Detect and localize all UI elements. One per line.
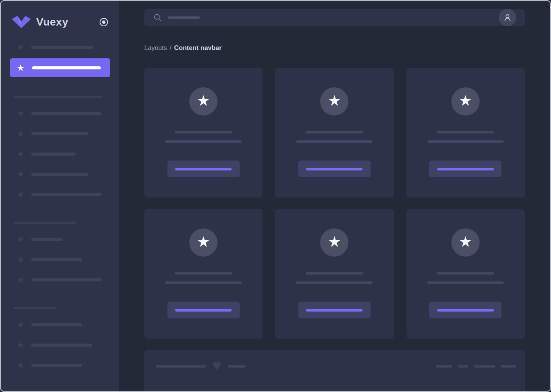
sidebar-item-label-bar xyxy=(31,323,82,326)
top-navbar xyxy=(144,9,525,26)
sidebar-item-label-bar xyxy=(32,66,101,69)
star-icon: ★ xyxy=(16,361,25,370)
sidebar-item[interactable]: ★ xyxy=(16,190,119,199)
star-icon: ★ xyxy=(16,255,25,264)
sidebar-section: ★ ★ ★ ★ ★ xyxy=(1,98,119,199)
sidebar-item[interactable]: ★ xyxy=(16,129,119,138)
card-text-line xyxy=(175,272,232,275)
star-icon: ★ xyxy=(16,235,25,244)
footer-text-bar xyxy=(228,365,246,368)
sidebar-item-label-bar xyxy=(31,258,82,261)
heart-icon: ♥ xyxy=(212,361,222,371)
card: ★ xyxy=(275,209,393,339)
sidebar-item-label-bar xyxy=(31,153,76,156)
sidebar-section: ★ ★ ★ xyxy=(1,309,119,370)
card-text-line xyxy=(437,272,494,275)
card-action-button[interactable] xyxy=(429,161,501,177)
card-text-line xyxy=(165,281,242,284)
breadcrumb-current: Content navbar xyxy=(174,44,222,51)
footer-text-bar xyxy=(156,365,206,368)
sidebar-section: ★ ★ ★ xyxy=(1,224,119,284)
footer-link-bar xyxy=(436,365,452,368)
card: ★ xyxy=(144,209,263,339)
card-grid: ★ ★ xyxy=(144,68,525,339)
star-icon: ★ xyxy=(16,109,25,118)
star-icon: ★ xyxy=(16,341,25,350)
footer: ♥ xyxy=(144,350,525,392)
star-icon: ★ xyxy=(459,235,472,249)
footer-row: ♥ xyxy=(156,361,516,371)
card-action-button[interactable] xyxy=(298,161,371,177)
card-avatar: ★ xyxy=(451,228,480,257)
card-text-line xyxy=(427,281,504,284)
card-text-line xyxy=(296,281,372,284)
button-label-bar xyxy=(437,168,494,170)
card: ★ xyxy=(144,68,263,198)
card-action-button[interactable] xyxy=(168,161,240,177)
menu-pin-icon[interactable] xyxy=(99,18,108,27)
sidebar-item-label-bar xyxy=(31,46,93,49)
card: ★ xyxy=(406,68,525,198)
card-avatar: ★ xyxy=(451,87,480,116)
search-input[interactable] xyxy=(153,13,200,22)
star-icon: ★ xyxy=(328,235,341,249)
sidebar-item-label-bar xyxy=(31,238,63,241)
star-icon: ★ xyxy=(328,93,341,108)
brand-name: Vuexy xyxy=(36,16,68,28)
card-text-line xyxy=(306,131,363,133)
sidebar-item[interactable]: ★ xyxy=(16,170,119,179)
card-avatar: ★ xyxy=(320,87,348,116)
button-label-bar xyxy=(306,309,362,312)
card: ★ xyxy=(406,209,525,339)
button-label-bar xyxy=(175,168,232,170)
breadcrumb-parent[interactable]: Layouts xyxy=(144,44,167,51)
card-action-button[interactable] xyxy=(298,302,371,318)
user-avatar-button[interactable] xyxy=(499,9,516,26)
star-icon: ★ xyxy=(16,149,25,159)
breadcrumb: Layouts/Content navbar xyxy=(144,44,525,52)
card-action-button[interactable] xyxy=(168,302,240,318)
star-icon: ★ xyxy=(16,190,25,199)
star-icon: ★ xyxy=(16,43,25,52)
app-window: Vuexy ★ ★ ★ ★ xyxy=(0,0,551,392)
brand: Vuexy xyxy=(11,15,108,29)
sidebar: Vuexy ★ ★ ★ ★ xyxy=(1,1,119,391)
star-icon: ★ xyxy=(16,170,25,179)
card-text-line xyxy=(427,140,504,143)
star-icon: ★ xyxy=(16,63,25,72)
card-text-line xyxy=(306,272,363,275)
star-icon: ★ xyxy=(197,235,210,249)
sidebar-item-label-bar xyxy=(31,132,89,135)
footer-link-bar xyxy=(474,365,495,368)
sidebar-item[interactable]: ★ xyxy=(16,320,119,329)
sidebar-item-label-bar xyxy=(31,112,102,115)
card-text-line xyxy=(165,140,242,143)
star-icon: ★ xyxy=(16,129,25,138)
sidebar-item[interactable]: ★ xyxy=(16,109,119,118)
card-text-line xyxy=(175,131,232,133)
sidebar-item-active[interactable]: ★ xyxy=(10,58,110,77)
person-icon xyxy=(503,13,512,22)
search-icon xyxy=(153,13,162,22)
sidebar-item-label-bar xyxy=(31,173,89,176)
sidebar-item[interactable]: ★ xyxy=(16,43,119,52)
card-avatar: ★ xyxy=(189,87,218,116)
star-icon: ★ xyxy=(197,93,210,108)
sidebar-item[interactable]: ★ xyxy=(16,149,119,159)
button-label-bar xyxy=(437,309,494,312)
vuexy-logo-icon[interactable] xyxy=(11,16,31,29)
card-avatar: ★ xyxy=(189,228,218,257)
star-icon: ★ xyxy=(16,275,25,284)
card-action-button[interactable] xyxy=(429,302,501,318)
sidebar-item[interactable]: ★ xyxy=(16,341,119,350)
sidebar-item-label-bar xyxy=(31,344,92,347)
sidebar-item[interactable]: ★ xyxy=(16,275,119,284)
sidebar-item[interactable]: ★ xyxy=(16,361,119,370)
sidebar-item[interactable]: ★ xyxy=(16,235,119,244)
sidebar-item-label-bar xyxy=(31,278,102,281)
footer-link-bar xyxy=(501,365,516,368)
star-icon: ★ xyxy=(16,320,25,329)
sidebar-item[interactable]: ★ xyxy=(16,255,119,264)
card-avatar: ★ xyxy=(320,228,348,257)
search-placeholder-bar xyxy=(168,16,200,19)
